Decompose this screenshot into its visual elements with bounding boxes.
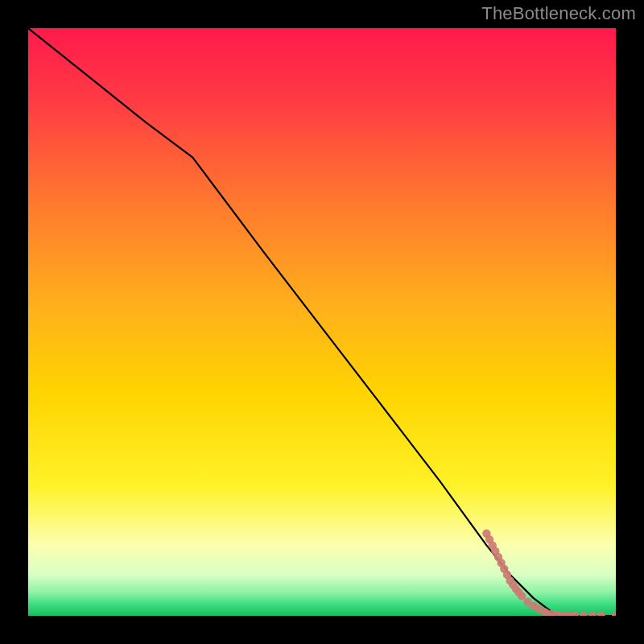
chart-svg xyxy=(28,28,616,616)
gradient-background xyxy=(28,28,616,616)
plot-area xyxy=(28,28,616,616)
attribution-text: TheBottleneck.com xyxy=(481,3,636,24)
chart-frame: TheBottleneck.com xyxy=(0,0,644,644)
